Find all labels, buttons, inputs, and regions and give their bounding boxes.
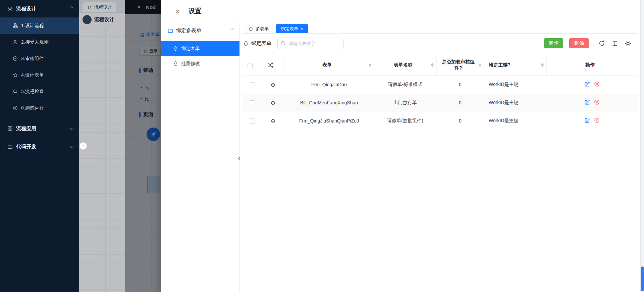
page-scrollbar[interactable] (640, 0, 644, 292)
nav-collapse-button[interactable]: ‹ (238, 154, 241, 162)
table-header-row: 表单 表单名称 是否加载审核组件? (243, 55, 638, 76)
cell-form: Frm_QingJiaDan (284, 76, 374, 94)
tab-label: 多表单 (256, 26, 269, 32)
close-icon[interactable]: × (137, 3, 141, 11)
flow-icon (13, 23, 18, 28)
forms-table: 表单 表单名称 是否加载审核组件? (243, 55, 638, 130)
scrollbar-thumb[interactable] (641, 266, 644, 291)
search-input[interactable] (277, 38, 344, 49)
brand-title: 流程设计 (94, 16, 114, 23)
sidebar-group-code-dev[interactable]: 代码开发 (0, 138, 79, 156)
drawer-header: × Nod (125, 0, 161, 14)
edit-icon[interactable] (584, 99, 590, 105)
section-bar (139, 112, 141, 117)
multi-form-link[interactable]: 多表单 (139, 32, 160, 38)
workspace-tabbar: 流程设计 (79, 0, 125, 13)
tab-multiform[interactable]: 多表单 (244, 24, 273, 33)
chevron-up-icon (70, 6, 73, 10)
delete-button[interactable]: 删 除 (569, 38, 589, 48)
nav-item-bind-form[interactable]: 绑定表单 (161, 41, 239, 56)
col-form-name[interactable]: 表单名称 (374, 55, 436, 76)
folder-icon (168, 28, 173, 33)
background-drawer: × Nod 多表单 显示 帮助 • 当 • 比 (125, 0, 161, 292)
drawer-title: Nod (146, 4, 156, 10)
cell-primary-key: WorkID是主键 (484, 94, 546, 112)
cell-form: Frm_QingJiaShanQianPiZuJ (284, 112, 374, 130)
col-actions: 操作 (546, 55, 638, 76)
edit-icon[interactable] (584, 81, 590, 87)
settings-gear-icon[interactable] (624, 40, 632, 47)
col-primary-key[interactable]: 谁是主键? (484, 55, 546, 76)
panel-collapse-button[interactable]: ‹ (79, 142, 87, 150)
sort-carets[interactable] (479, 63, 481, 67)
chevron-up-icon (230, 28, 234, 32)
sidebar-item-label: 5.流程检查 (21, 89, 44, 95)
check-circle-icon (13, 56, 18, 61)
sidebar-item-test-run[interactable]: 6.测试运行 (0, 100, 79, 116)
col-form[interactable]: 表单 (284, 55, 374, 76)
sidebar-item-acceptor-rules[interactable]: 2.接受人规则 (0, 34, 79, 50)
search-box (277, 38, 344, 49)
droplet-icon (243, 41, 249, 46)
search-icon (281, 41, 286, 46)
droplet-icon (173, 46, 178, 51)
delete-icon[interactable] (594, 81, 600, 87)
move-icon[interactable] (270, 118, 276, 124)
bullet-icon: • (141, 85, 142, 91)
delete-icon[interactable] (594, 99, 600, 105)
home-icon (87, 5, 92, 10)
tab-bind-form[interactable]: 绑定表单 × (276, 24, 308, 33)
close-icon[interactable]: × (176, 8, 180, 15)
move-icon[interactable] (270, 100, 276, 106)
row-checkbox[interactable] (250, 100, 255, 105)
sidebar: 流程设计 1.设计流程 2.接受人规则 3.审核组件 4.设计表单 5 (0, 0, 79, 292)
toolbar-actions: 新 增 删 除 (544, 38, 632, 48)
sidebar-menu: 1.设计流程 2.接受人规则 3.审核组件 4.设计表单 5.流程检查 6.测试… (0, 17, 79, 116)
row-checkbox[interactable] (250, 118, 255, 124)
brand-row: 流程设计 (79, 13, 125, 27)
sidebar-group-process-design[interactable]: 流程设计 (0, 0, 79, 17)
nav-item-batch-edit[interactable]: 批量修改 (161, 56, 239, 71)
bullet-icon: • (141, 96, 142, 102)
add-button[interactable]: 新 增 (544, 38, 564, 48)
row-checkbox[interactable] (250, 82, 255, 87)
apps-icon (7, 126, 13, 131)
move-icon[interactable] (270, 82, 276, 88)
cell-load-audit: 0 (436, 76, 484, 94)
close-icon[interactable]: × (301, 27, 303, 31)
droplet-icon (173, 61, 178, 66)
delete-icon[interactable] (594, 117, 600, 123)
paper-plane-icon (151, 132, 156, 137)
settings-modal: × 设置 绑定多表单 绑定表单 批量修改 (161, 0, 640, 292)
select-all-checkbox[interactable] (248, 63, 253, 68)
row-height-icon[interactable] (611, 40, 619, 47)
sidebar-item-design-process[interactable]: 1.设计流程 (0, 17, 79, 34)
reload-icon[interactable] (598, 40, 605, 47)
shuffle-icon[interactable] (268, 62, 274, 68)
workspace-tab-process-design[interactable]: 流程设计 (83, 2, 116, 12)
edit-icon[interactable] (584, 117, 590, 123)
avatar[interactable] (83, 15, 92, 24)
table-toolbar: 绑定表单 新 增 删 除 (243, 36, 638, 50)
sort-carets[interactable] (369, 63, 371, 67)
col-select (243, 55, 262, 76)
sidebar-group-process-app[interactable]: 流程应用 (0, 119, 79, 138)
help-bullet: • 当 (141, 85, 149, 91)
cell-form-name: 请假单-标准模式 (374, 76, 436, 94)
nav-group-label: 绑定多表单 (176, 28, 201, 34)
settings-content: 多表单 绑定表单 × 绑定表单 (240, 22, 640, 292)
magnifier-icon (13, 89, 18, 94)
col-load-audit[interactable]: 是否加载审核组件? (436, 55, 484, 76)
cell-form-name: 出门放行单 (374, 94, 436, 112)
modal-title: 设置 (189, 7, 201, 15)
sidebar-item-design-form[interactable]: 4.设计表单 (0, 67, 79, 83)
show-button[interactable]: 显示 (139, 47, 161, 56)
nav-group-bind-multiform[interactable]: 绑定多表单 (161, 23, 239, 38)
sort-carets[interactable] (541, 63, 544, 67)
sort-carets[interactable] (431, 63, 434, 67)
workspace-tab-label: 流程设计 (94, 4, 112, 10)
sidebar-item-process-check[interactable]: 5.流程检查 (0, 83, 79, 100)
sidebar-item-audit-component[interactable]: 3.审核组件 (0, 50, 79, 67)
help-section-title: 帮助 (139, 67, 153, 74)
send-button[interactable] (147, 128, 160, 141)
